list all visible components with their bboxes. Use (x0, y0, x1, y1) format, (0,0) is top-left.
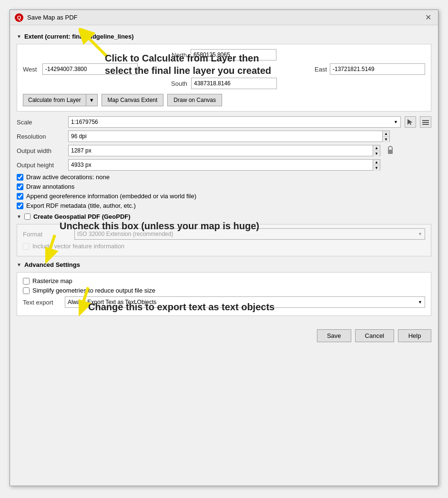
scale-combo[interactable]: 1:1679756 ▼ (68, 116, 401, 128)
lock-icon-container (386, 145, 395, 156)
advanced-group-box: Rasterize map Simplify geometries to red… (17, 272, 431, 316)
cursor-icon (407, 118, 414, 126)
scale-dropdown-icon: ▼ (394, 120, 398, 124)
settings-icon (422, 118, 429, 126)
resolution-down-button[interactable]: ▼ (383, 137, 389, 142)
scale-cursor-button[interactable] (405, 116, 416, 128)
rasterize-row: Rasterize map (23, 277, 425, 285)
svg-rect-5 (422, 124, 429, 125)
dialog-body: ▼ Extent (current: final_ridgeline_lines… (10, 25, 438, 325)
output-height-row: Output height ▲ ▼ (17, 159, 431, 171)
export-rdf-label: Export RDF metadata (title, author, etc.… (26, 202, 136, 209)
qgis-logo-icon: Q (15, 13, 23, 22)
extent-section-header: ▼ Extent (current: final_ridgeline_lines… (17, 33, 431, 40)
draw-decorations-label: Draw active decorations: none (26, 173, 110, 181)
draw-decorations-row: Draw active decorations: none (17, 173, 431, 181)
simplify-label: Simplify geometries to reduce output fil… (32, 287, 155, 294)
help-button[interactable]: Help (398, 329, 431, 342)
output-height-label: Output height (17, 162, 64, 169)
extent-section-title: Extent (current: final_ridgeline_lines) (24, 33, 134, 40)
east-label: East (315, 66, 327, 73)
dialog-title: Save Map as PDF (27, 14, 78, 21)
advanced-section-title: Advanced Settings (24, 261, 80, 268)
svg-marker-2 (407, 119, 413, 125)
draw-annotations-label: Draw annotations (26, 183, 74, 190)
advanced-section-header: ▼ Advanced Settings (17, 261, 431, 268)
geopdf-format-combo: ISO 32000 Extension (recommended) ▼ (74, 228, 425, 240)
resolution-spinbox-arrows[interactable]: ▲ ▼ (383, 131, 390, 142)
output-width-spinbox[interactable]: ▲ ▼ (68, 145, 380, 156)
save-button[interactable]: Save (317, 329, 351, 342)
extent-buttons-row: Calculate from Layer ▼ Map Canvas Extent… (23, 94, 425, 106)
svg-rect-4 (422, 122, 429, 123)
geopdf-section-title: Create Geospatial PDF (GeoPDF) (33, 213, 131, 220)
calc-layer-dropdown-arrow[interactable]: ▼ (86, 94, 98, 106)
resolution-row: Resolution ▲ ▼ (17, 131, 431, 142)
simplify-checkbox[interactable] (23, 287, 30, 294)
text-export-combo[interactable]: Always Export Text as Text Objects ▼ (65, 296, 425, 308)
save-map-dialog: Q Save Map as PDF ✕ ▼ Extent (current: f… (10, 10, 438, 486)
output-width-label: Output width (17, 147, 64, 154)
output-height-spinbox-arrows[interactable]: ▲ ▼ (373, 159, 380, 171)
output-width-down-button[interactable]: ▼ (373, 151, 380, 157)
export-rdf-checkbox[interactable] (17, 203, 23, 209)
output-width-up-button[interactable]: ▲ (373, 145, 380, 151)
geopdf-format-row: Format ISO 32000 Extension (recommended)… (23, 228, 425, 240)
north-label: North (172, 51, 187, 59)
geopdf-group-box: Format ISO 32000 Extension (recommended)… (17, 224, 431, 256)
draw-annotations-checkbox[interactable] (17, 183, 23, 190)
text-export-value: Always Export Text as Text Objects (68, 299, 156, 305)
geopdf-section-header: ▼ Create Geospatial PDF (GeoPDF) (17, 213, 431, 220)
geopdf-collapse-icon[interactable]: ▼ (17, 214, 21, 219)
advanced-collapse-icon[interactable]: ▼ (17, 262, 21, 267)
text-export-row: Text export Always Export Text as Text O… (23, 296, 425, 308)
svg-rect-3 (422, 120, 429, 121)
north-input[interactable] (191, 49, 276, 61)
calc-layer-dropdown[interactable]: Calculate from Layer ▼ (23, 94, 98, 106)
west-input[interactable] (42, 63, 138, 75)
calc-layer-button[interactable]: Calculate from Layer (23, 94, 86, 106)
rasterize-label: Rasterize map (32, 277, 72, 285)
geopdf-checkbox[interactable] (24, 213, 31, 220)
append-georeference-label: Append georeference information (embedde… (26, 193, 196, 200)
close-button[interactable]: ✕ (423, 13, 433, 22)
west-label: West (23, 66, 40, 73)
output-width-input[interactable] (68, 145, 373, 156)
resolution-input[interactable] (68, 131, 383, 142)
append-georeference-checkbox[interactable] (17, 193, 23, 200)
lock-icon (386, 145, 395, 156)
scale-row: Scale 1:1679756 ▼ (17, 116, 431, 128)
cancel-button[interactable]: Cancel (355, 329, 394, 342)
draw-on-canvas-button[interactable]: Draw on Canvas (167, 94, 222, 106)
map-canvas-extent-button[interactable]: Map Canvas Extent (102, 94, 164, 106)
include-vector-checkbox (23, 243, 30, 250)
output-height-spinbox[interactable]: ▲ ▼ (68, 159, 380, 171)
resolution-spinbox[interactable]: ▲ ▼ (68, 131, 390, 142)
export-rdf-row: Export RDF metadata (title, author, etc.… (17, 202, 431, 209)
scale-settings-button[interactable] (420, 116, 431, 128)
output-height-down-button[interactable]: ▼ (373, 165, 380, 171)
title-bar: Q Save Map as PDF ✕ (10, 10, 438, 25)
geopdf-format-value: ISO 32000 Extension (recommended) (77, 231, 173, 237)
rasterize-checkbox[interactable] (23, 278, 30, 285)
south-label: South (171, 80, 187, 87)
resolution-up-button[interactable]: ▲ (383, 131, 389, 137)
east-input[interactable] (330, 63, 425, 75)
bottom-buttons-row: Save Cancel Help (10, 325, 438, 346)
simplify-row: Simplify geometries to reduce output fil… (23, 287, 425, 294)
extent-collapse-icon[interactable]: ▼ (17, 34, 21, 39)
draw-annotations-row: Draw annotations (17, 183, 431, 190)
resolution-label: Resolution (17, 133, 64, 140)
draw-decorations-checkbox[interactable] (17, 174, 23, 181)
south-input[interactable] (191, 78, 277, 89)
geopdf-format-dropdown-icon: ▼ (418, 232, 422, 236)
output-height-up-button[interactable]: ▲ (373, 160, 380, 165)
output-width-spinbox-arrows[interactable]: ▲ ▼ (373, 145, 380, 156)
include-vector-row: Include vector feature information (23, 243, 425, 250)
extent-group-box: North West East South (17, 44, 431, 112)
text-export-dropdown-icon: ▼ (418, 300, 422, 305)
append-georeference-row: Append georeference information (embedde… (17, 193, 431, 200)
output-height-input[interactable] (68, 159, 373, 171)
svg-rect-6 (388, 150, 393, 154)
scale-label: Scale (17, 119, 64, 126)
